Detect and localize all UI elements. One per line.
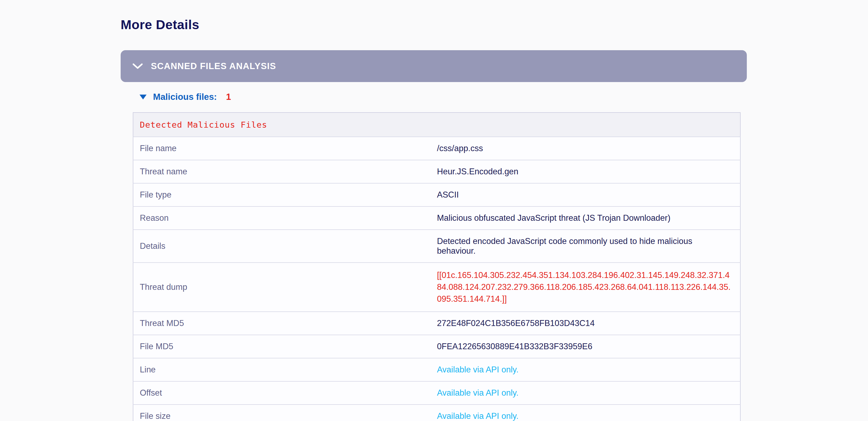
row-label: Threat dump — [133, 263, 437, 312]
row-label: Threat name — [133, 160, 437, 183]
row-label: Threat MD5 — [133, 312, 437, 335]
row-value: /css/app.css — [437, 137, 740, 160]
row-label: File size — [133, 404, 437, 421]
table-row: Reason Malicious obfuscated JavaScript t… — [133, 206, 740, 230]
malicious-files-count: 1 — [226, 92, 231, 102]
row-value: Detected encoded JavaScript code commonl… — [437, 230, 740, 263]
more-details-section: More Details SCANNED FILES ANALYSIS Mali… — [0, 0, 868, 421]
malicious-files-toggle[interactable]: Malicious files: 1 — [140, 92, 868, 102]
table-row: Details Detected encoded JavaScript code… — [133, 230, 740, 263]
table-row: Threat name Heur.JS.Encoded.gen — [133, 160, 740, 183]
table-row: Offset Available via API only. — [133, 381, 740, 404]
table-row: Threat MD5 272E48F024C1B356E6758FB103D43… — [133, 312, 740, 335]
row-value: ASCII — [437, 183, 740, 206]
row-label: Line — [133, 358, 437, 381]
row-value: Available via API only. — [437, 404, 740, 421]
row-label: Reason — [133, 206, 437, 230]
table-header-row: Detected Malicious Files — [133, 112, 740, 137]
row-value: Available via API only. — [437, 381, 740, 404]
row-label: Details — [133, 230, 437, 263]
table-row: File MD5 0FEA12265630889E41B332B3F33959E… — [133, 335, 740, 358]
row-label: File type — [133, 183, 437, 206]
row-value: [[01c.165.104.305.232.454.351.134.103.28… — [437, 263, 740, 312]
chevron-down-icon — [132, 63, 143, 69]
triangle-down-icon — [140, 94, 147, 100]
table-row: File size Available via API only. — [133, 404, 740, 421]
table-header: Detected Malicious Files — [133, 112, 740, 137]
row-value: Heur.JS.Encoded.gen — [437, 160, 740, 183]
accordion-title: SCANNED FILES ANALYSIS — [151, 61, 276, 71]
row-value: Available via API only. — [437, 358, 740, 381]
table-row: Line Available via API only. — [133, 358, 740, 381]
row-label: File MD5 — [133, 335, 437, 358]
malicious-files-label: Malicious files: — [153, 92, 217, 102]
row-label: Offset — [133, 381, 437, 404]
table-row: Threat dump [[01c.165.104.305.232.454.35… — [133, 263, 740, 312]
scanned-files-analysis-header[interactable]: SCANNED FILES ANALYSIS — [121, 50, 747, 82]
row-value: Malicious obfuscated JavaScript threat (… — [437, 206, 740, 230]
row-label: File name — [133, 137, 437, 160]
malicious-file-table: Detected Malicious Files File name /css/… — [133, 112, 741, 421]
page-title: More Details — [121, 17, 868, 33]
table-row: File type ASCII — [133, 183, 740, 206]
table-row: File name /css/app.css — [133, 137, 740, 160]
row-value: 0FEA12265630889E41B332B3F33959E6 — [437, 335, 740, 358]
row-value: 272E48F024C1B356E6758FB103D43C14 — [437, 312, 740, 335]
